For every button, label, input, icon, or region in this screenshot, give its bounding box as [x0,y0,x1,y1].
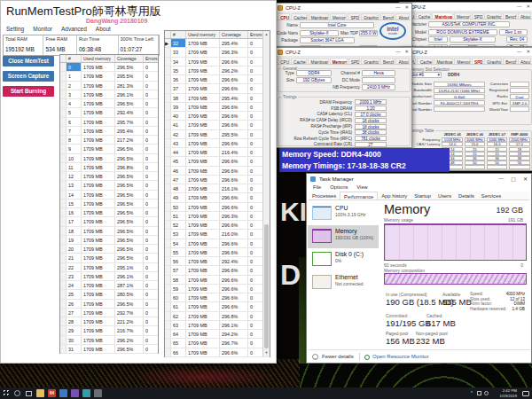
table-row[interactable]: 471709 MB296.6%0 [165,176,270,184]
close-icon[interactable]: ✕ [526,4,530,9]
sidebar-item-disk[interactable]: Disk 0 (C:) 0% [308,248,379,271]
table-row[interactable]: 361709 MB296.6%0 [165,75,270,84]
tab-cpu[interactable]: CPU [278,58,290,64]
tab-memory[interactable]: Memory [330,58,348,64]
table-row[interactable]: 301709 MB296.2%0 [60,336,158,345]
table-row[interactable]: 451709 MB296.6%0 [165,157,270,166]
tab-spd[interactable]: SPD [348,58,361,64]
tab-about[interactable]: About [395,58,410,64]
taskbar-app-memtest64[interactable]: 64 [46,387,58,399]
table-row[interactable]: 621709 MB296.8%0 [165,312,270,321]
tab-processes[interactable]: Processes [309,192,340,200]
table-row[interactable]: 101709 MB296.5%0 [60,154,158,163]
table-row[interactable]: 51709 MB292.4%0 [60,108,158,117]
slot-dropdown[interactable]: Slot #6 ▾ [408,72,442,78]
table-row[interactable]: 611709 MB296.6%0 [165,302,270,311]
menu-item-file[interactable]: File [309,184,325,192]
tab-bench[interactable]: Bench [503,58,517,64]
table-row[interactable]: 571709 MB296.6%0 [165,266,270,275]
table-row[interactable]: 161709 MB296.5%0 [60,208,158,217]
taskbar-app-app-teal[interactable] [81,387,92,399]
table-row[interactable]: 181709 MB296.5%0 [60,227,158,236]
table-row[interactable]: 631709 MB296.1%0 [165,321,270,330]
table-row[interactable]: 531709 MB216.0%0 [165,230,270,239]
table-row[interactable]: 211709 MB296.5%0 [60,254,158,262]
table-row[interactable]: 511709 MB296.3%0 [165,212,270,221]
table-row[interactable]: 141709 MB296.5%0 [60,191,158,200]
tab-startup[interactable]: Startup [411,192,434,200]
minimize-icon[interactable]: — [395,4,401,10]
close-icon[interactable]: ✕ [523,176,528,182]
table-row[interactable]: 231709 MB296.1%0 [60,272,158,281]
taskbar-clock[interactable]: 2:42 PM 1/19/2019 [489,388,520,398]
cpuz-cpu-titlebar[interactable]: CPU-Z —✕ [275,4,411,12]
table-row[interactable]: 261709 MB296.5%0 [60,300,158,309]
minimize-icon[interactable]: — [498,176,504,182]
table-row[interactable]: 501709 MB296.6%0 [165,203,270,212]
table-row[interactable]: 341709 MB296.6%0 [165,58,270,66]
taskbar-app-app-blue[interactable] [58,387,69,399]
tab-caches[interactable]: Caches [291,58,307,64]
table-scrollbar[interactable]: ▲▼ [262,31,270,356]
menu-item-advanced[interactable]: Advanced [58,25,92,33]
start-burning-button[interactable]: Start Burning [3,86,54,97]
scroll-down-icon[interactable]: ▼ [263,349,270,356]
tab-caches[interactable]: Caches [417,58,433,64]
table-row[interactable]: 411709 MB296.6%0 [165,121,270,129]
task-manager-titlebar[interactable]: Task Manager — ▢ ✕ [307,174,531,184]
open-resource-monitor-link[interactable]: Open Resource Monitor [372,354,429,359]
menu-item-view[interactable]: View [352,184,372,192]
table-row[interactable]: 391709 MB296.6%0 [165,103,270,112]
tab-memory[interactable]: Memory [330,13,347,20]
close-icon[interactable]: ✕ [526,49,530,54]
close-icon[interactable]: ✕ [404,4,409,10]
cpuz-spd-titlebar[interactable]: CPU-Z —✕ [402,48,532,57]
tab-services[interactable]: Services [478,192,505,200]
table-row[interactable]: 551709 MB296.6%0 [165,248,270,257]
tab-app-history[interactable]: App history [378,192,411,200]
menu-item-monitor[interactable]: Monitor [29,25,58,33]
menu-item-options[interactable]: Options [325,184,352,192]
menu-item-setting[interactable]: Setting [3,25,29,33]
tab-users[interactable]: Users [434,192,455,200]
tab-memory[interactable]: Memory [454,12,471,19]
tab-caches[interactable]: Caches [291,13,308,20]
table-row[interactable]: 241709 MB287.1%0 [60,281,158,290]
tab-mainboard[interactable]: Mainboard [432,12,453,19]
tab-details[interactable]: Details [455,192,478,200]
table-row[interactable]: 641709 MB294.2%0 [165,330,270,339]
cpuz-mainboard-titlebar[interactable]: CPU-Z —✕ [400,3,532,12]
scroll-up-icon[interactable]: ▲ [263,31,270,38]
tab-spd[interactable]: SPD [472,58,483,64]
table-row[interactable]: 61709 MB295.7%0 [60,118,158,127]
table-row[interactable]: 151709 MB296.5%0 [60,200,158,208]
maximize-icon[interactable]: ▢ [511,176,516,182]
screen-capture-button[interactable]: Screen Capture [3,71,54,82]
table-row[interactable]: 191709 MB296.5%0 [60,236,158,245]
tab-graphics[interactable]: Graphics [484,12,502,19]
tab-bench[interactable]: Bench [503,12,517,19]
table-row[interactable]: 401709 MB296.6%0 [165,112,270,121]
taskbar-app-file-explorer[interactable] [35,387,46,399]
tab-graphics[interactable]: Graphics [361,13,379,20]
table-row[interactable]: 111709 MB296.8%0 [60,163,158,172]
table-row[interactable]: 431709 MB296.6%0 [165,139,270,148]
table-row[interactable]: 581709 MB296.6%0 [165,276,270,285]
tray-expand-button[interactable]: ^ [468,387,475,399]
tab-graphics[interactable]: Graphics [361,58,379,64]
task-view-button[interactable] [23,387,35,399]
table-row[interactable]: 381709 MB295.4%0 [165,94,270,103]
table-row[interactable]: 81709 MB217.2%0 [60,136,158,145]
table-row[interactable]: 221709 MB295.1%0 [60,263,158,272]
table-row[interactable]: 541709 MB296.6%0 [165,239,270,248]
table-row[interactable]: 41709 MB296.5%0 [60,99,158,108]
tab-about[interactable]: About [395,13,410,20]
table-row[interactable]: 651709 MB296.7%0 [165,339,270,348]
table-row[interactable]: 441709 MB216.4%0 [165,148,270,157]
cortana-button[interactable] [12,387,23,399]
table-row[interactable]: 461709 MB296.6%0 [165,167,270,176]
close-icon[interactable]: ✕ [404,49,409,54]
table-row[interactable]: 01709 MB296.5%0 [60,63,158,72]
fewer-details-button[interactable]: Fewer details [322,354,354,359]
cpuz-memory-titlebar[interactable]: CPU-Z —✕ [275,48,411,57]
